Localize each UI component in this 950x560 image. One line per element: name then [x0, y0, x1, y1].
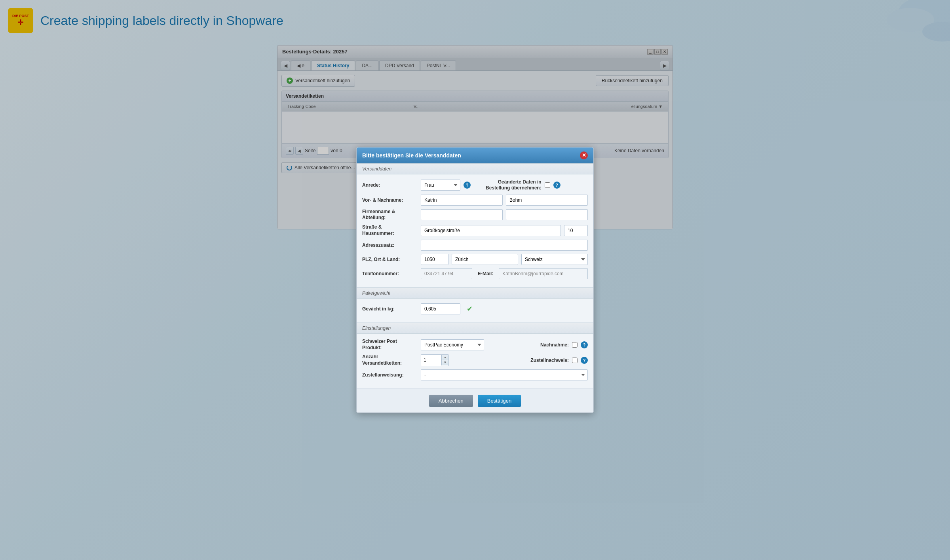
modal-body: Versanddaten Anrede: Frau Herr Divers ? …	[357, 163, 593, 389]
versanddaten-form: Anrede: Frau Herr Divers ? Geänderte Dat…	[357, 174, 593, 288]
email-label: E-Mail:	[475, 271, 496, 276]
modal-title: Bitte bestätigen Sie die Versanddaten	[362, 152, 461, 159]
weight-label: Gewicht in kg:	[362, 306, 418, 312]
house-number-input[interactable]	[564, 225, 588, 236]
zustellnachweis-help-button[interactable]: ?	[581, 357, 588, 364]
name-row: Vor- & Nachname:	[362, 195, 588, 206]
zustellnachweis-label: Zustellnachweis:	[530, 358, 569, 363]
address-extra-label: Adresszusatz:	[362, 242, 418, 248]
street-row: Straße &Hausnummer:	[362, 224, 588, 236]
street-input[interactable]	[421, 225, 561, 236]
einstellungen-form: Schweizer PostProdukt: PostPac Economy P…	[357, 334, 593, 389]
country-select[interactable]: Schweiz Deutschland Österreich	[521, 254, 588, 265]
company-input[interactable]	[421, 209, 503, 220]
instruction-row: Zustellanweisung: -	[362, 369, 588, 380]
modal-header: Bitte bestätigen Sie die Versanddaten ✕	[357, 148, 593, 163]
first-name-input[interactable]	[421, 195, 503, 206]
company-row: Firmenname &Abteilung:	[362, 209, 588, 221]
modal-footer: Abbrechen Bestätigen	[357, 389, 593, 412]
weight-valid-icon: ✔	[467, 305, 473, 313]
salutation-select[interactable]: Frau Herr Divers	[421, 180, 460, 191]
city-input[interactable]	[452, 254, 518, 265]
street-label: Straße &Hausnummer:	[362, 224, 418, 236]
phone-input[interactable]	[421, 268, 472, 279]
quantity-row: AnzahlVersandetiketten: ▲ ▼ Zustellnachw…	[362, 354, 588, 366]
weight-input[interactable]	[421, 303, 460, 314]
quantity-spinner[interactable]: ▲ ▼	[421, 354, 449, 366]
confirm-button[interactable]: Bestätigen	[478, 395, 521, 407]
quantity-input[interactable]	[421, 355, 441, 366]
nachnahme-help-button[interactable]: ?	[581, 341, 588, 348]
instruction-select[interactable]: -	[421, 369, 588, 380]
product-select[interactable]: PostPac Economy PostPac Priority	[421, 339, 484, 350]
section-einstellungen: Einstellungen	[357, 323, 593, 334]
weight-row: Gewicht in kg: ✔	[362, 303, 588, 314]
email-input[interactable]	[499, 268, 588, 279]
changed-data-help-button[interactable]: ?	[553, 182, 560, 189]
nachnahme-group: Nachnahme: ?	[540, 341, 588, 348]
nachnahme-checkbox[interactable]	[572, 342, 578, 348]
product-label: Schweizer PostProdukt:	[362, 339, 418, 351]
changed-data-checkbox[interactable]	[545, 182, 550, 188]
modal-close-button[interactable]: ✕	[580, 151, 588, 159]
address-extra-input[interactable]	[421, 240, 588, 251]
name-label: Vor- & Nachname:	[362, 197, 418, 203]
salutation-help-button[interactable]: ?	[464, 182, 471, 189]
zustellnachweis-checkbox[interactable]	[572, 358, 578, 363]
last-name-input[interactable]	[506, 195, 588, 206]
phone-row: Telefonnummer: E-Mail:	[362, 268, 588, 279]
cancel-button[interactable]: Abbrechen	[429, 395, 473, 407]
changed-data-group: Geänderte Daten inBestellung übernehmen:…	[486, 179, 560, 191]
plz-input[interactable]	[421, 254, 448, 265]
nachnahme-label: Nachnahme:	[540, 342, 569, 348]
product-row: Schweizer PostProdukt: PostPac Economy P…	[362, 339, 588, 351]
section-versanddaten: Versanddaten	[357, 163, 593, 174]
modal-overlay: Bitte bestätigen Sie die Versanddaten ✕ …	[0, 0, 950, 560]
department-input[interactable]	[506, 209, 588, 220]
instruction-label: Zustellanweisung:	[362, 372, 418, 378]
company-label: Firmenname &Abteilung:	[362, 209, 418, 221]
salutation-label: Anrede:	[362, 182, 418, 188]
address-extra-row: Adresszusatz:	[362, 240, 588, 251]
quantity-down-button[interactable]: ▼	[441, 360, 448, 365]
changed-data-label: Geänderte Daten inBestellung übernehmen:	[486, 179, 542, 191]
confirm-dialog: Bitte bestätigen Sie die Versanddaten ✕ …	[356, 147, 594, 413]
salutation-row: Anrede: Frau Herr Divers ? Geänderte Dat…	[362, 179, 588, 191]
city-label: PLZ, Ort & Land:	[362, 257, 418, 262]
zustellnachweis-group: Zustellnachweis: ?	[530, 357, 588, 364]
section-paketgewicht: Paketgewicht	[357, 288, 593, 299]
quantity-up-button[interactable]: ▲	[441, 355, 448, 360]
quantity-label: AnzahlVersandetiketten:	[362, 354, 418, 366]
city-row: PLZ, Ort & Land: Schweiz Deutschland Öst…	[362, 254, 588, 265]
phone-label: Telefonnummer:	[362, 271, 418, 276]
paketgewicht-form: Gewicht in kg: ✔	[357, 299, 593, 323]
